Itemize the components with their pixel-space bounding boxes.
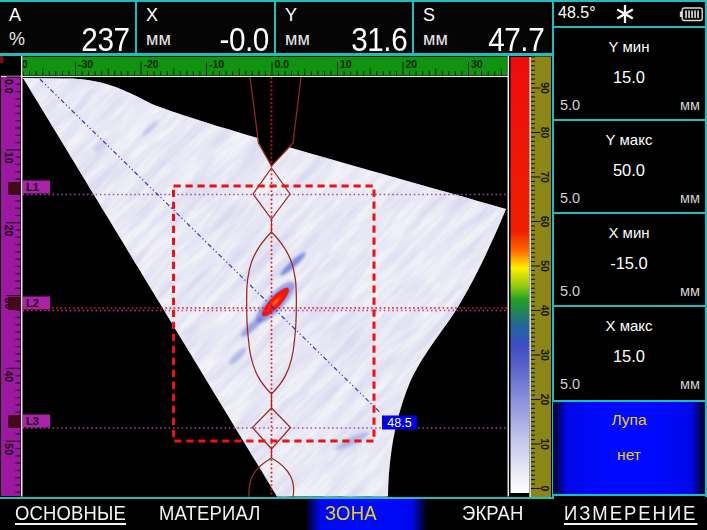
menu-item-основные[interactable]: ОСНОВНЫЕ: [15, 501, 126, 525]
svg-text:20: 20: [3, 225, 15, 237]
svg-text:60: 60: [539, 216, 551, 228]
svg-text:30: 30: [471, 58, 483, 70]
svg-text:L3: L3: [26, 415, 39, 427]
svg-text:48.5: 48.5: [387, 416, 411, 430]
sector-scan-view: -40-30-20-100.01020300.01020304050010203…: [0, 0, 707, 530]
svg-text:-40: -40: [13, 58, 28, 70]
svg-text:50: 50: [3, 443, 15, 455]
svg-text:90: 90: [539, 82, 551, 94]
svg-text:L1: L1: [26, 181, 39, 193]
svg-text:20: 20: [406, 58, 418, 70]
svg-text:10: 10: [340, 58, 352, 70]
svg-text:70: 70: [539, 171, 551, 183]
svg-text:80: 80: [539, 127, 551, 139]
svg-text:30: 30: [539, 349, 551, 361]
svg-text:20: 20: [539, 394, 551, 406]
main-menu-bar: ОСНОВНЫЕМАТЕРИАЛЗОНАЭКРАНИЗМЕРЕНИЕ: [0, 499, 707, 530]
svg-text:-10: -10: [209, 58, 224, 70]
menu-item-экран[interactable]: ЭКРАН: [462, 501, 524, 525]
svg-text:0: 0: [539, 486, 551, 492]
amplitude-colorbar: [511, 57, 530, 493]
svg-text:0.0: 0.0: [275, 58, 290, 70]
svg-text:10: 10: [3, 152, 15, 164]
corner-marker: [0, 56, 4, 63]
menu-item-материал[interactable]: МАТЕРИАЛ: [159, 501, 261, 525]
svg-text:-30: -30: [78, 58, 93, 70]
menu-item-измерение[interactable]: ИЗМЕРЕНИЕ: [564, 501, 697, 525]
menu-item-зона[interactable]: ЗОНА: [325, 501, 377, 525]
svg-text:10: 10: [539, 438, 551, 450]
device-screen: A%237Xмм-0.0Yмм31.6Sмм47.7 48.5° Y мин15…: [0, 0, 707, 530]
svg-text:40: 40: [3, 370, 15, 382]
svg-text:40: 40: [539, 305, 551, 317]
svg-text:0.0: 0.0: [3, 79, 15, 94]
svg-text:50: 50: [539, 260, 551, 272]
svg-text:-20: -20: [144, 58, 159, 70]
